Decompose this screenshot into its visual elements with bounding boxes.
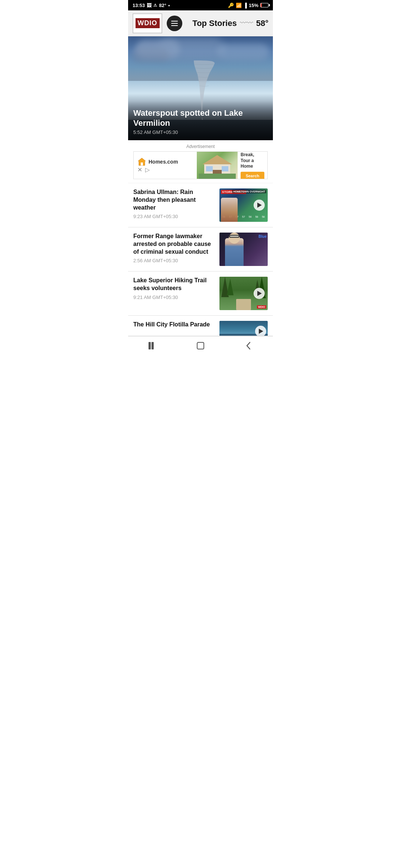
menu-line-1	[171, 21, 178, 22]
top-nav: WDIO Top Stories 〰〰 58°	[128, 10, 273, 36]
news-item-4[interactable]: The Hill City Flotilla Parade	[128, 316, 273, 336]
svg-rect-9	[151, 342, 154, 349]
ad-box[interactable]: Homes.com ✕ ▷ Take a Break, Tour a Home …	[133, 151, 268, 179]
svg-rect-8	[149, 342, 151, 349]
svg-rect-1	[141, 162, 143, 165]
wdio-badge-3: WDIO	[257, 305, 266, 309]
ad-close-icon[interactable]: ✕	[137, 166, 142, 173]
news-thumb-1[interactable]: STORM TRACK HOMETOWN OVERNIGHT 585757 57…	[219, 188, 268, 222]
ad-right: Take a Break, Tour a Home Search Homes	[238, 151, 267, 179]
news-item-2[interactable]: Former Range lawmaker arrested on probab…	[128, 227, 273, 272]
news-time-2: 2:56 AM GMT+05:30	[133, 258, 215, 263]
key-icon: 🔑	[228, 3, 234, 8]
ad-left: Homes.com ✕ ▷	[134, 154, 197, 176]
dot-icon: •	[168, 3, 170, 8]
status-left: 13:53 🖼 ⚠ 82° •	[133, 3, 170, 8]
news-thumb-4[interactable]	[219, 321, 268, 336]
ad-brand: Homes.com	[137, 157, 193, 166]
weather-waves-icon: 〰〰	[240, 19, 253, 27]
news-text-3: Lake Superior Hiking Trail seeks volunte…	[133, 277, 215, 300]
menu-line-2	[171, 23, 178, 24]
nav-temp: 58°	[256, 19, 268, 28]
search-homes-button[interactable]: Search Homes	[241, 172, 264, 179]
status-temp: 82°	[159, 3, 166, 8]
svg-rect-10	[197, 342, 204, 349]
logo-text: WDIO	[136, 18, 160, 28]
play-button-4[interactable]	[255, 326, 266, 336]
bottom-nav	[128, 336, 273, 355]
status-bar: 13:53 🖼 ⚠ 82° • 🔑 📶 ▐ 15%	[128, 0, 273, 10]
ad-info-icon[interactable]: ▷	[145, 166, 150, 173]
svg-rect-5	[206, 166, 213, 171]
menu-button[interactable]	[167, 16, 182, 31]
battery-percent: 15%	[249, 3, 258, 8]
battery-icon	[260, 3, 268, 7]
home-button[interactable]	[196, 341, 205, 351]
news-text-1: Sabrina Ullman: Rain Monday then pleasan…	[133, 188, 215, 219]
news-list: Sabrina Ullman: Rain Monday then pleasan…	[128, 183, 273, 336]
news-time-3: 9:21 AM GMT+05:30	[133, 295, 215, 300]
house-illustration	[199, 153, 236, 179]
news-thumb-3[interactable]: WDIO	[219, 277, 268, 310]
play-button-3[interactable]	[254, 288, 265, 299]
recents-button[interactable]	[147, 341, 157, 351]
ad-controls[interactable]: ✕ ▷	[137, 166, 193, 173]
ad-section: Advertisement Homes.com ✕ ▷	[128, 140, 273, 183]
logo-box[interactable]: WDIO	[133, 13, 162, 33]
svg-rect-6	[222, 166, 228, 171]
news-item-1[interactable]: Sabrina Ullman: Rain Monday then pleasan…	[128, 183, 273, 227]
nav-title-area: Top Stories 〰〰 58°	[187, 19, 268, 28]
nav-title: Top Stories	[192, 19, 237, 28]
news-time-1: 9:23 AM GMT+05:30	[133, 214, 215, 219]
hometown-badge: HOMETOWN OVERNIGHT	[232, 190, 266, 193]
ad-brand-name: Homes.com	[149, 159, 178, 165]
news-headline-3: Lake Superior Hiking Trail seeks volunte…	[133, 277, 215, 292]
hero-title: Waterspout spotted on Lake Vermilion	[133, 108, 268, 128]
status-right: 🔑 📶 ▐ 15%	[228, 3, 268, 8]
news-text-2: Former Range lawmaker arrested on probab…	[133, 233, 215, 263]
menu-line-3	[171, 25, 178, 26]
play-button-1[interactable]	[254, 200, 265, 211]
ad-tagline: Take a Break, Tour a Home	[241, 151, 264, 170]
hero-overlay: Waterspout spotted on Lake Vermilion 5:5…	[128, 101, 273, 140]
home-icon	[196, 341, 205, 351]
signal-icon: ▐	[244, 3, 247, 8]
hero-time: 5:52 AM GMT+05:30	[133, 129, 268, 135]
photo-icon: 🖼	[147, 3, 151, 8]
news-headline-2: Former Range lawmaker arrested on probab…	[133, 233, 215, 256]
ad-label: Advertisement	[133, 144, 268, 149]
news-headline-4: The Hill City Flotilla Parade	[133, 321, 215, 329]
news-item-3[interactable]: Lake Superior Hiking Trail seeks volunte…	[128, 272, 273, 316]
news-thumb-2[interactable]: Blue	[219, 233, 268, 266]
recents-icon	[147, 341, 157, 351]
svg-rect-7	[199, 174, 236, 179]
back-button[interactable]	[244, 341, 254, 351]
back-icon	[244, 341, 254, 351]
wifi-icon: 📶	[236, 3, 242, 8]
homes-logo-icon	[137, 157, 146, 166]
news-text-4: The Hill City Flotilla Parade	[133, 321, 215, 331]
svg-marker-3	[202, 155, 232, 164]
notification-icon: ⚠	[153, 3, 157, 8]
news-headline-1: Sabrina Ullman: Rain Monday then pleasan…	[133, 188, 215, 211]
status-time: 13:53	[133, 3, 145, 8]
ad-image	[197, 151, 238, 179]
hero-image[interactable]: Waterspout spotted on Lake Vermilion 5:5…	[128, 36, 273, 140]
